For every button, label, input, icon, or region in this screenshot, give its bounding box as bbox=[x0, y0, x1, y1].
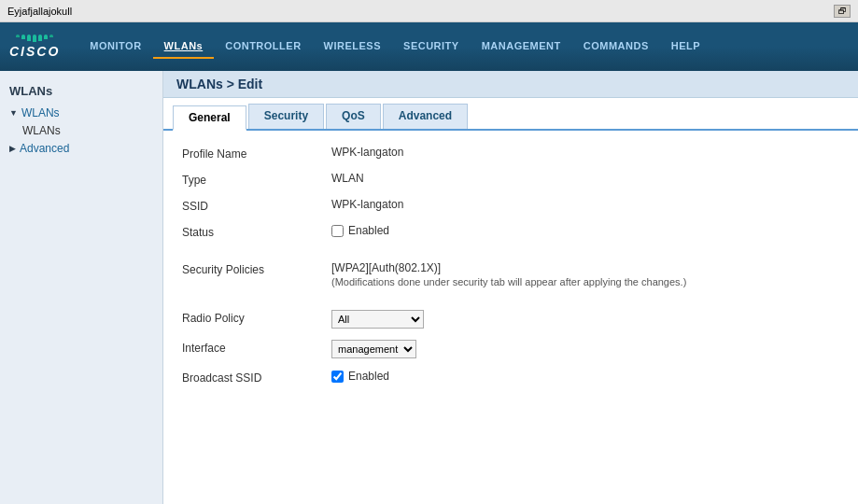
security-policies-label: Security Policies bbox=[182, 261, 331, 276]
sidebar-title: WLANs bbox=[0, 78, 162, 104]
nav-link-wireless[interactable]: WIRELESS bbox=[313, 35, 392, 57]
security-policies-value: [WPA2][Auth(802.1X)] (Modifications done… bbox=[331, 261, 686, 287]
sidebar-item-advanced[interactable]: ▶ Advanced bbox=[0, 139, 162, 158]
security-policies-note: (Modifications done under security tab w… bbox=[331, 276, 686, 287]
sidebar-item-wlans[interactable]: ▼ WLANs bbox=[0, 104, 162, 122]
status-enabled-label: Enabled bbox=[348, 224, 389, 237]
cisco-wave-4 bbox=[33, 35, 36, 42]
page-title: WLANs > Edit bbox=[176, 77, 262, 91]
form-row-security-policies: Security Policies [WPA2][Auth(802.1X)] (… bbox=[182, 261, 839, 287]
cisco-header: CISCO MONITOR WLANs CONTROLLER WIRELESS … bbox=[0, 22, 858, 71]
nav-link-management[interactable]: MANAGEMENT bbox=[471, 35, 572, 57]
form-row-status: Status Enabled bbox=[182, 224, 839, 239]
interface-value: management bbox=[331, 340, 416, 358]
content-area: WLANs > Edit General Security QoS Advanc… bbox=[163, 71, 858, 504]
interface-select[interactable]: management bbox=[331, 340, 416, 358]
cisco-logo-text: CISCO bbox=[9, 44, 60, 59]
form-row-profile-name: Profile Name WPK-langaton bbox=[182, 146, 839, 161]
sidebar: WLANs ▼ WLANs WLANs ▶ Advanced bbox=[0, 71, 163, 504]
nav-item-help[interactable]: HELP bbox=[660, 35, 711, 59]
nav-link-help[interactable]: HELP bbox=[660, 35, 711, 57]
nav-link-controller[interactable]: CONTROLLER bbox=[214, 35, 312, 57]
form-divider-2 bbox=[182, 299, 839, 310]
sidebar-label-advanced: Advanced bbox=[20, 142, 69, 155]
sidebar-sub-wlans-label: WLANs bbox=[22, 124, 61, 137]
restore-button[interactable]: 🗗 bbox=[834, 5, 851, 18]
sidebar-arrow-advanced: ▶ bbox=[9, 144, 16, 153]
broadcast-ssid-checkbox[interactable] bbox=[331, 371, 344, 383]
form-divider-1 bbox=[182, 250, 839, 261]
page-header: WLANs > Edit bbox=[163, 71, 858, 98]
status-checkbox-container: Enabled bbox=[331, 224, 389, 237]
sidebar-sub-wlans[interactable]: WLANs bbox=[0, 122, 162, 139]
cisco-logo: CISCO bbox=[9, 35, 60, 59]
ssid-value: WPK-langaton bbox=[331, 198, 403, 211]
security-policies-text: [WPA2][Auth(802.1X)] bbox=[331, 261, 686, 274]
sidebar-label-wlans: WLANs bbox=[21, 106, 60, 119]
nav-menu: MONITOR WLANs CONTROLLER WIRELESS SECURI… bbox=[78, 35, 711, 59]
tab-advanced[interactable]: Advanced bbox=[383, 104, 468, 129]
broadcast-ssid-value: Enabled bbox=[331, 370, 389, 383]
status-value: Enabled bbox=[331, 224, 389, 237]
nav-item-commands[interactable]: COMMANDS bbox=[572, 35, 660, 59]
tab-qos[interactable]: QoS bbox=[326, 104, 381, 129]
main-layout: WLANs ▼ WLANs WLANs ▶ Advanced WLANs > E… bbox=[0, 71, 858, 504]
radio-policy-value: All 802.11a only 802.11b/g only 802.11g … bbox=[331, 310, 424, 329]
nav-item-management[interactable]: MANAGEMENT bbox=[471, 35, 572, 59]
nav-item-wlans[interactable]: WLANs bbox=[153, 35, 215, 59]
form-row-ssid: SSID WPK-langaton bbox=[182, 198, 839, 213]
tabs-bar: General Security QoS Advanced bbox=[163, 98, 858, 131]
broadcast-ssid-checkbox-container: Enabled bbox=[331, 370, 389, 383]
cisco-wave-5 bbox=[38, 35, 42, 41]
radio-policy-label: Radio Policy bbox=[182, 310, 331, 325]
cisco-wave-7 bbox=[49, 35, 53, 37]
broadcast-ssid-enabled-label: Enabled bbox=[348, 370, 389, 383]
status-checkbox[interactable] bbox=[331, 225, 344, 237]
main-nav: MONITOR WLANs CONTROLLER WIRELESS SECURI… bbox=[78, 35, 711, 59]
cisco-wave-6 bbox=[44, 35, 48, 39]
status-label: Status bbox=[182, 224, 331, 239]
cisco-wave-2 bbox=[21, 35, 25, 39]
form-row-type: Type WLAN bbox=[182, 172, 839, 187]
profile-name-value: WPK-langaton bbox=[331, 146, 403, 159]
nav-link-monitor[interactable]: MONITOR bbox=[78, 35, 152, 57]
nav-link-wlans[interactable]: WLANs bbox=[153, 35, 215, 59]
form-row-broadcast-ssid: Broadcast SSID Enabled bbox=[182, 370, 839, 385]
tab-general[interactable]: General bbox=[173, 105, 246, 131]
ssid-label: SSID bbox=[182, 198, 331, 213]
cisco-wave-1 bbox=[16, 35, 20, 37]
form-row-radio-policy: Radio Policy All 802.11a only 802.11b/g … bbox=[182, 310, 839, 329]
type-label: Type bbox=[182, 172, 331, 187]
radio-policy-select[interactable]: All 802.11a only 802.11b/g only 802.11g … bbox=[331, 310, 424, 329]
nav-item-monitor[interactable]: MONITOR bbox=[78, 35, 152, 59]
interface-label: Interface bbox=[182, 340, 331, 355]
form-row-interface: Interface management bbox=[182, 340, 839, 358]
cisco-wave-3 bbox=[27, 35, 31, 41]
window-title: Eyjafjallajokull bbox=[7, 6, 834, 17]
nav-link-commands[interactable]: COMMANDS bbox=[572, 35, 660, 57]
tab-security[interactable]: Security bbox=[248, 104, 324, 129]
cisco-logo-waves bbox=[16, 35, 53, 42]
type-value: WLAN bbox=[331, 172, 364, 185]
title-bar: Eyjafjallajokull 🗗 bbox=[0, 0, 858, 22]
nav-link-security[interactable]: SECURITY bbox=[392, 35, 471, 57]
nav-item-controller[interactable]: CONTROLLER bbox=[214, 35, 312, 59]
sidebar-arrow-wlans: ▼ bbox=[9, 108, 18, 118]
profile-name-label: Profile Name bbox=[182, 146, 331, 161]
nav-item-security[interactable]: SECURITY bbox=[392, 35, 471, 59]
nav-item-wireless[interactable]: WIRELESS bbox=[313, 35, 392, 59]
broadcast-ssid-label: Broadcast SSID bbox=[182, 370, 331, 385]
form-area: Profile Name WPK-langaton Type WLAN SSID… bbox=[163, 131, 858, 411]
